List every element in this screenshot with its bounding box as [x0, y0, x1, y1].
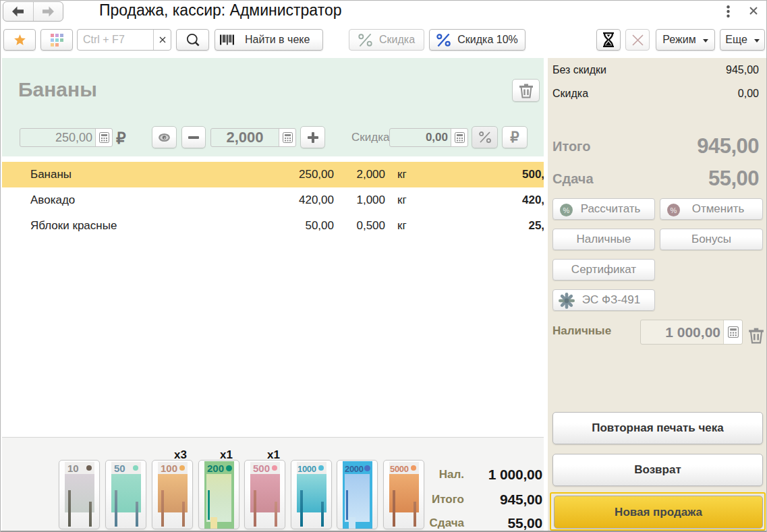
svg-text:%: % — [563, 206, 570, 214]
svg-text:%: % — [671, 206, 677, 214]
